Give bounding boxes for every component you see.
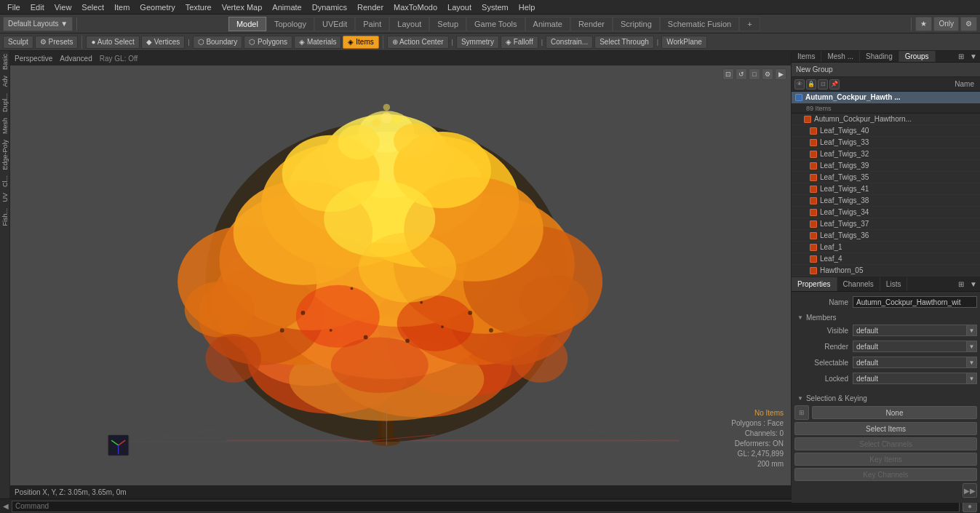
list-item[interactable]: Leaf_Twigs_41 (792, 183, 980, 195)
left-tab-uv[interactable]: UV (0, 190, 9, 205)
visible-select[interactable]: default (853, 325, 967, 336)
forward-arrow-btn[interactable]: ▶▶ (963, 483, 977, 498)
panel-options-btn[interactable]: ▼ (967, 51, 980, 62)
tab-properties[interactable]: Properties (792, 277, 837, 291)
tab-add[interactable]: + (739, 17, 760, 31)
select-channels-btn[interactable]: Select Channels (794, 437, 977, 450)
workplane-btn[interactable]: WorkPlane (661, 36, 707, 49)
menu-select[interactable]: Select (77, 1, 108, 13)
list-item[interactable]: Leaf_Twigs_33 (792, 137, 980, 148)
tab-paint[interactable]: Paint (355, 17, 389, 31)
list-item[interactable]: Leaf_Twigs_32 (792, 148, 980, 160)
grid-icon[interactable]: ⊞ (794, 405, 809, 420)
list-item[interactable]: Hawthorn_05 (792, 265, 980, 277)
tab-channels[interactable]: Channels (837, 277, 880, 291)
auto-select-btn[interactable]: ● Auto Select (86, 36, 139, 49)
tab-items[interactable]: Items (792, 51, 821, 62)
vertices-btn[interactable]: ◆ Vertices (141, 36, 185, 49)
left-tab-mesh[interactable]: Mesh (0, 115, 9, 137)
tab-scripting[interactable]: Scripting (613, 17, 660, 31)
presets-btn[interactable]: ⚙ Presets (35, 36, 79, 49)
menu-item[interactable]: Item (110, 1, 134, 13)
select-through-btn[interactable]: Select Through (594, 36, 654, 49)
layout-selector[interactable]: Default Layouts ▼ (3, 17, 73, 31)
vis-icon[interactable]: 👁 (794, 79, 805, 90)
list-item[interactable]: Autumn_Cockpur_Hawthorn... (792, 114, 980, 125)
list-item[interactable]: Leaf_Twigs_35 (792, 172, 980, 183)
tree-list[interactable]: Autumn_Cockpur_Hawth ... 89 Items Autumn… (792, 92, 980, 277)
menu-dynamics[interactable]: Dynamics (308, 1, 351, 13)
action-center-btn[interactable]: ⊕ Action Center (387, 36, 449, 49)
new-group-button[interactable]: New Group (792, 63, 980, 77)
menu-system[interactable]: System (477, 1, 513, 13)
menu-animate[interactable]: Animate (268, 1, 306, 13)
left-tab-adv[interactable]: Adv (0, 73, 9, 90)
menu-texture[interactable]: Texture (181, 1, 216, 13)
list-item[interactable]: Leaf_Twigs_37 (792, 218, 980, 230)
menu-help[interactable]: Help (514, 1, 540, 13)
tab-lists[interactable]: Lists (880, 277, 908, 291)
key-items-btn[interactable]: Key Items (794, 453, 977, 466)
tab-animate[interactable]: Animate (525, 17, 570, 31)
filter-icon[interactable]: ⊡ (818, 79, 828, 90)
tab-groups[interactable]: Groups (899, 51, 936, 62)
list-item[interactable]: Leaf_Twigs_38 (792, 195, 980, 207)
tab-schematic[interactable]: Schematic Fusion (660, 17, 739, 31)
tab-mesh[interactable]: Mesh ... (821, 51, 860, 62)
list-item[interactable]: Leaf_4 (792, 253, 980, 265)
select-items-btn[interactable]: Select Items (794, 422, 977, 435)
name-input[interactable] (853, 296, 977, 308)
tab-uvedit[interactable]: UVEdit (314, 17, 355, 31)
selectable-dropdown-btn[interactable]: ▼ (967, 357, 977, 368)
selectable-select[interactable]: default (853, 357, 967, 368)
none-btn[interactable]: None (812, 406, 977, 419)
list-item[interactable]: Leaf_Twigs_40 (792, 125, 980, 137)
tab-gametools[interactable]: Game Tools (466, 17, 525, 31)
left-tab-basic[interactable]: Basic (0, 51, 9, 73)
sculpt-btn[interactable]: Sculpt (3, 36, 33, 49)
only-btn[interactable]: Only (933, 17, 959, 31)
panel-expand-btn[interactable]: ⊞ (955, 51, 967, 62)
menu-edit[interactable]: Edit (26, 1, 49, 13)
list-item[interactable]: Leaf_Twigs_34 (792, 207, 980, 218)
locked-dropdown-btn[interactable]: ▼ (967, 373, 977, 384)
menu-layout[interactable]: Layout (443, 1, 476, 13)
tab-setup[interactable]: Setup (429, 17, 466, 31)
polygons-btn[interactable]: ⬡ Polygons (244, 36, 292, 49)
lock-icon[interactable]: 🔒 (806, 79, 816, 90)
key-channels-btn[interactable]: Key Channels (794, 468, 977, 481)
locked-select[interactable]: default (853, 373, 967, 384)
settings-icon[interactable]: ⚙ (960, 17, 977, 31)
menu-vertex-map[interactable]: Vertex Map (218, 1, 267, 13)
left-tab-dup[interactable]: Dupl... (0, 90, 9, 115)
menu-geometry[interactable]: Geometry (135, 1, 179, 13)
viewport[interactable]: Perspective Advanced Ray GL: Off ⊡ ↺ □ ⚙… (10, 51, 791, 498)
tab-shading[interactable]: Shading (860, 51, 899, 62)
left-tab-cl[interactable]: Cl... (0, 172, 9, 190)
star-icon[interactable]: ★ (915, 17, 932, 31)
visible-dropdown-btn[interactable]: ▼ (967, 325, 977, 336)
symmetry-btn[interactable]: Symmetry (456, 36, 499, 49)
left-tab-fish[interactable]: Fish... (0, 205, 9, 229)
items-btn[interactable]: ◈ Items (343, 36, 378, 49)
constrain-btn[interactable]: Constrain... (546, 36, 593, 49)
left-tab-edgepoly[interactable]: Edge-Poly (0, 137, 9, 173)
list-item[interactable]: Leaf_Twigs_39 (792, 160, 980, 172)
menu-view[interactable]: View (50, 1, 76, 13)
cmd-arrow-left[interactable]: ◀ (3, 502, 9, 510)
pin-icon[interactable]: 📌 (829, 79, 840, 90)
boundary-btn[interactable]: ⬡ Boundary (193, 36, 243, 49)
menu-maxtomodo[interactable]: MaxToModo (389, 1, 442, 13)
list-item[interactable]: Leaf_Twigs_36 (792, 230, 980, 242)
list-item[interactable]: Leaf_1 (792, 242, 980, 253)
tab-render[interactable]: Render (570, 17, 613, 31)
tree-root-item[interactable]: Autumn_Cockpur_Hawth ... (792, 92, 980, 103)
props-options-btn[interactable]: ▼ (967, 279, 980, 290)
tab-topology[interactable]: Topology (266, 17, 314, 31)
tab-layout[interactable]: Layout (389, 17, 429, 31)
menu-file[interactable]: File (3, 1, 25, 13)
render-dropdown-btn[interactable]: ▼ (967, 341, 977, 352)
tab-model[interactable]: Model (228, 17, 266, 31)
menu-render[interactable]: Render (353, 1, 388, 13)
materials-btn[interactable]: ◈ Materials (294, 36, 341, 49)
